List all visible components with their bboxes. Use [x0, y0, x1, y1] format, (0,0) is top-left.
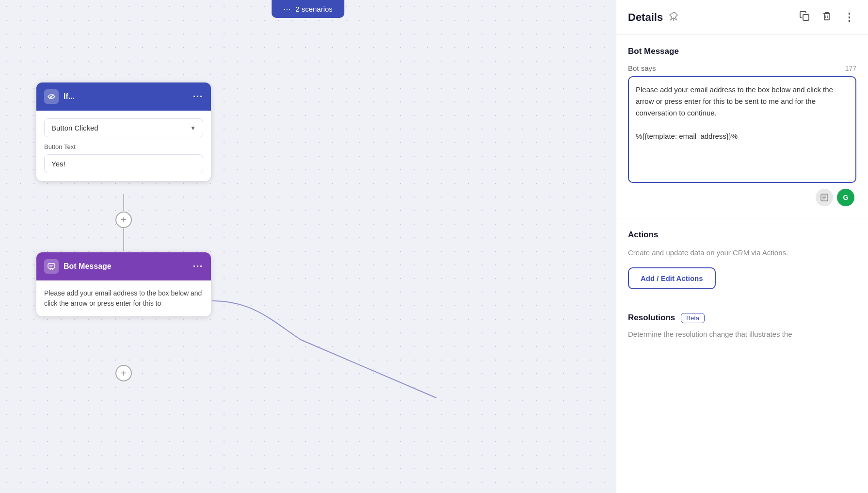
svg-rect-8	[824, 14, 829, 20]
if-node-button-text-input[interactable]	[44, 154, 203, 173]
copy-button[interactable]	[797, 9, 812, 26]
pin-icon[interactable]	[669, 11, 678, 23]
if-node-icon	[44, 89, 59, 104]
panel-header: Details	[616, 0, 868, 35]
bot-message-node-header-left: Bot Message	[44, 259, 112, 274]
if-node: If... ··· Button Clicked ▼ Button Text	[36, 82, 211, 181]
beta-badge: Beta	[681, 313, 705, 323]
if-node-title: If...	[64, 92, 75, 101]
if-node-header: If... ···	[36, 82, 211, 111]
textarea-footer: G	[628, 185, 856, 206]
resolutions-header: Resolutions Beta	[628, 313, 856, 323]
resolutions-section-title: Resolutions	[628, 313, 675, 323]
right-panel: Details	[616, 0, 868, 493]
if-node-dropdown-value: Button Clicked	[51, 124, 98, 132]
svg-rect-3	[48, 263, 55, 268]
scenarios-dots: ···	[283, 4, 290, 14]
if-node-field-label: Button Text	[44, 143, 203, 150]
bot-says-label: Bot says	[628, 64, 656, 72]
grammarly-icon-button[interactable]: G	[837, 189, 854, 206]
actions-section-title: Actions	[628, 230, 856, 240]
if-node-more-btn[interactable]: ···	[193, 92, 203, 102]
panel-header-actions: ⋮	[797, 9, 856, 26]
bot-says-header: Bot says 177	[628, 64, 856, 72]
bot-message-node-more-btn[interactable]: ···	[193, 262, 203, 272]
bot-message-node: Bot Message ··· Please add your email ad…	[36, 252, 211, 316]
bot-message-preview: Please add your email address to the box…	[44, 288, 203, 309]
resolutions-section: Resolutions Beta Determine the resolutio…	[616, 301, 868, 352]
bot-message-node-body: Please add your email address to the box…	[36, 280, 211, 316]
bot-message-node-icon	[44, 259, 59, 274]
add-step-button-1[interactable]: +	[115, 212, 132, 228]
actions-description: Create and update data on your CRM via A…	[628, 247, 856, 259]
bot-message-node-title: Bot Message	[64, 262, 112, 271]
bot-says-textarea[interactable]	[628, 76, 856, 183]
canvas[interactable]: ··· 2 scenarios If... ··· Button Clicked	[0, 0, 616, 493]
if-node-body: Button Clicked ▼ Button Text	[36, 111, 211, 181]
resolutions-description: Determine the resolution change that ill…	[628, 329, 856, 340]
bot-message-section: Bot Message Bot says 177 G	[616, 35, 868, 218]
actions-section: Actions Create and update data on your C…	[616, 218, 868, 301]
bot-message-node-header: Bot Message ···	[36, 252, 211, 280]
template-icon-button[interactable]	[816, 189, 833, 206]
char-count: 177	[845, 65, 856, 72]
if-node-dropdown[interactable]: Button Clicked ▼	[44, 118, 203, 137]
delete-button[interactable]	[820, 9, 834, 26]
panel-title: Details	[628, 11, 663, 24]
scenarios-bar[interactable]: ··· 2 scenarios	[272, 0, 344, 18]
chevron-down-icon: ▼	[190, 125, 196, 131]
scenarios-label: 2 scenarios	[295, 5, 333, 13]
if-node-header-left: If...	[44, 89, 75, 104]
bot-message-section-title: Bot Message	[628, 47, 856, 56]
more-options-button[interactable]: ⋮	[842, 9, 856, 26]
svg-rect-7	[803, 15, 809, 20]
add-edit-actions-button[interactable]: Add / Edit Actions	[628, 267, 716, 289]
add-step-button-2[interactable]: +	[115, 365, 132, 381]
